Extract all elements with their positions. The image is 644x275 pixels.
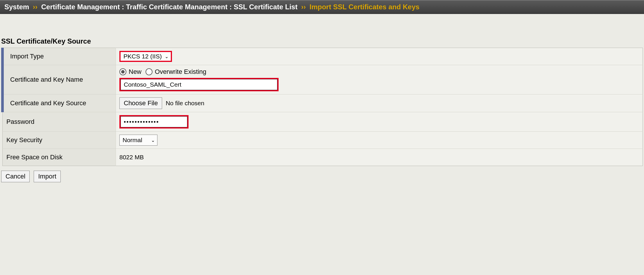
- cancel-button[interactable]: Cancel: [1, 171, 30, 182]
- cert-key-name-label: Certificate and Key Name: [3, 65, 116, 94]
- import-type-label: Import Type: [3, 48, 116, 65]
- button-bar: Cancel Import: [0, 166, 644, 187]
- key-security-selected-value: Normal: [123, 137, 142, 144]
- free-space-value: 8022 MB: [119, 154, 144, 160]
- name-mode-new-label: New: [129, 68, 141, 76]
- name-mode-new-radio[interactable]: [119, 68, 126, 75]
- breadcrumb-path[interactable]: Certificate Management : Traffic Certifi…: [41, 3, 297, 11]
- ssl-source-form: Import Type PKCS 12 (IIS) ⌄ Certificate …: [1, 48, 643, 166]
- breadcrumb-root[interactable]: System: [4, 3, 29, 11]
- import-type-selected-value: PKCS 12 (IIS): [123, 53, 162, 60]
- key-security-select[interactable]: Normal ⌄: [119, 135, 157, 146]
- name-mode-overwrite-label: Overwrite Existing: [155, 68, 206, 76]
- section-title: SSL Certificate/Key Source: [0, 26, 644, 48]
- choose-file-button[interactable]: Choose File: [119, 97, 162, 109]
- chevron-down-icon: ⌄: [151, 138, 155, 143]
- password-label: Password: [3, 112, 116, 132]
- breadcrumb-current: Import SSL Certificates and Keys: [310, 3, 419, 11]
- breadcrumb: System ›› Certificate Management : Traff…: [0, 0, 644, 14]
- key-security-label: Key Security: [3, 132, 116, 149]
- free-space-label: Free Space on Disk: [3, 149, 116, 166]
- name-mode-overwrite-radio[interactable]: [146, 68, 153, 75]
- cert-name-input[interactable]: [121, 79, 277, 90]
- breadcrumb-sep-icon: ››: [301, 3, 306, 11]
- password-input[interactable]: [121, 116, 187, 127]
- no-file-chosen-text: No file chosen: [166, 100, 204, 107]
- import-type-select[interactable]: PKCS 12 (IIS) ⌄: [119, 51, 172, 62]
- chevron-down-icon: ⌄: [165, 54, 168, 59]
- import-button[interactable]: Import: [34, 171, 60, 182]
- cert-key-source-label: Certificate and Key Source: [3, 94, 116, 112]
- breadcrumb-sep-icon: ››: [33, 3, 37, 11]
